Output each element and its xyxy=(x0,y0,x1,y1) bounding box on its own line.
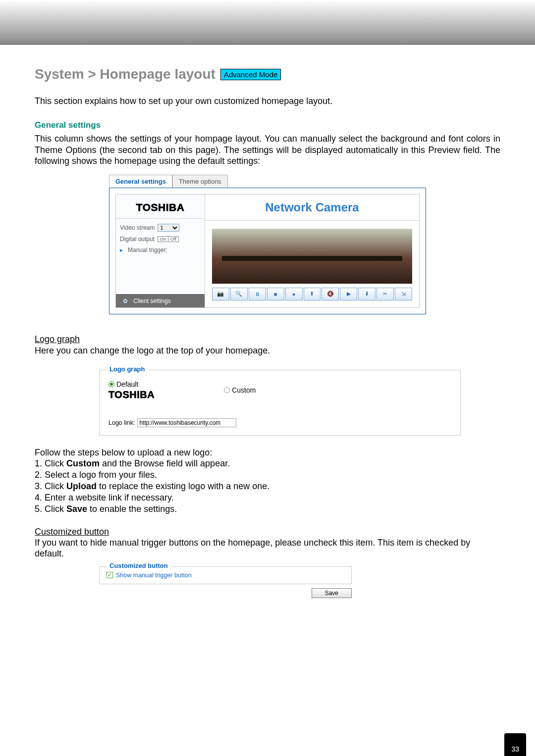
toolbar-record-icon[interactable]: ● xyxy=(285,288,303,301)
digital-output-label: Digital output xyxy=(120,236,155,243)
toolbar-volumeup-icon[interactable]: ⬆ xyxy=(304,288,321,301)
step-1: Click Custom and the Browse field will a… xyxy=(45,458,500,469)
preview-panel: TOSHIBA Video stream 1 Digital output On xyxy=(109,188,426,314)
page-title-row: System > Homepage layout Advanced Mode xyxy=(35,66,500,82)
toolbar-volumedown-icon[interactable]: ⬇ xyxy=(358,288,375,301)
save-button[interactable]: Save xyxy=(312,588,352,598)
customized-button-body: If you want to hide manual trigger butto… xyxy=(35,537,500,559)
show-manual-trigger-checkbox[interactable]: ✓ xyxy=(107,572,113,578)
toolbar-stop-icon[interactable]: ■ xyxy=(267,288,284,301)
step-5: Click Save to enable the settings. xyxy=(45,504,500,515)
toolbar-mute-icon[interactable]: 🔇 xyxy=(321,288,339,301)
preview-video-area xyxy=(212,229,412,284)
toolbar-snapshot-icon[interactable]: 📷 xyxy=(212,288,229,301)
logo-option-default[interactable]: Default xyxy=(108,380,155,388)
video-stream-select[interactable]: 1 xyxy=(158,224,179,232)
logo-option-custom[interactable]: Custom xyxy=(224,386,256,394)
client-settings-link[interactable]: Client settings xyxy=(116,294,205,307)
tab-general-settings[interactable]: General settings xyxy=(109,175,172,188)
upload-steps-list: Click Custom and the Browse field will a… xyxy=(45,458,500,515)
digital-output-row: Digital output On Off xyxy=(120,236,201,243)
preview-toolbar: 📷 🔍 ⏸ ■ ● ⬆ 🔇 ▶ ⬇ ✂ ⇲ xyxy=(212,288,412,301)
general-settings-heading: General settings xyxy=(35,120,500,130)
toolbar-cut-icon[interactable]: ✂ xyxy=(376,288,394,301)
toolbar-fullscreen-icon[interactable]: ⇲ xyxy=(395,288,412,301)
radio-selected-icon xyxy=(108,381,114,387)
manual-trigger-row[interactable]: Manual trigger: xyxy=(120,247,201,253)
video-stream-label: Video stream xyxy=(120,224,155,231)
radio-unselected-icon xyxy=(224,387,230,393)
digital-output-toggle[interactable]: On Off xyxy=(158,236,179,242)
default-logo-sample: TOSHIBA xyxy=(108,389,155,401)
preview-sidebar: TOSHIBA Video stream 1 Digital output On xyxy=(116,195,205,307)
toolbar-play-icon[interactable]: ▶ xyxy=(340,288,357,301)
step-2: Select a logo from your files. xyxy=(45,469,500,481)
logo-graph-fieldset: Logo graph Default TOSHIBA Custom Logo l… xyxy=(99,370,461,436)
upload-steps-lead: Follow the steps below to upload a new l… xyxy=(35,448,500,458)
preview-wrapper: General settings Theme options TOSHIBA V… xyxy=(109,175,426,314)
logo-graph-heading: Logo graph xyxy=(35,334,500,345)
preview-tabs: General settings Theme options xyxy=(109,175,426,188)
page-title: System > Homepage layout xyxy=(35,66,215,82)
preview-logo: TOSHIBA xyxy=(116,195,205,219)
show-manual-trigger-label: Show manual trigger button xyxy=(116,572,192,579)
toolbar-zoom-icon[interactable]: 🔍 xyxy=(230,288,248,301)
toolbar-pause-icon[interactable]: ⏸ xyxy=(249,288,266,301)
step-4: Enter a website link if necessary. xyxy=(45,492,500,504)
customized-button-heading: Customized button xyxy=(35,527,500,537)
customized-button-legend: Customized button xyxy=(107,562,171,569)
logo-link-label: Logo link: xyxy=(108,419,135,426)
top-gradient-bar xyxy=(0,0,535,45)
logo-graph-legend: Logo graph xyxy=(107,365,148,373)
intro-text: This section explains how to set up your… xyxy=(35,96,500,106)
general-settings-body: This column shows the settings of your h… xyxy=(35,133,500,167)
preview-camera-title: Network Camera xyxy=(205,195,419,221)
customized-button-fieldset: Customized button ✓ Show manual trigger … xyxy=(99,566,352,584)
tab-theme-options[interactable]: Theme options xyxy=(172,175,228,188)
advanced-mode-badge: Advanced Mode xyxy=(220,69,281,80)
logo-graph-desc: Here you can change the logo at the top … xyxy=(35,346,500,356)
step-3: Click Upload to replace the existing log… xyxy=(45,481,500,492)
logo-link-input[interactable]: http://www.toshibasecurity.com xyxy=(137,418,236,427)
page-body: System > Homepage layout Advanced Mode T… xyxy=(0,45,535,628)
video-stream-row: Video stream 1 xyxy=(120,224,201,232)
